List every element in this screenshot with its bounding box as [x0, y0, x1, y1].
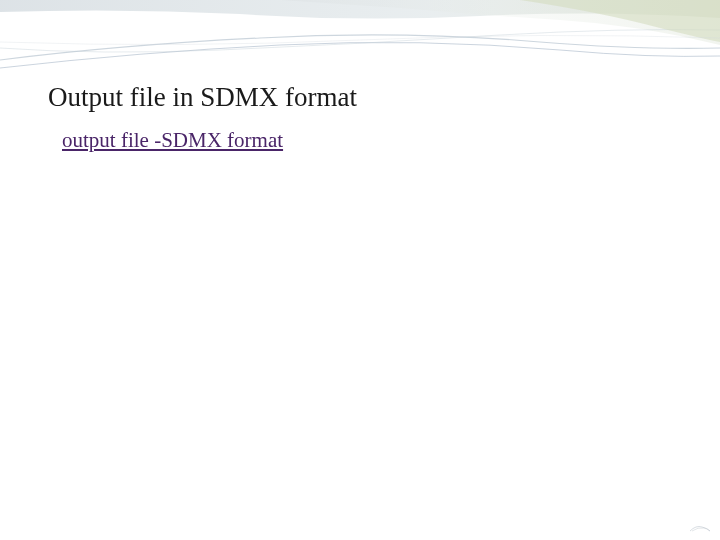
slide-title: Output file in SDMX format: [48, 82, 357, 113]
corner-decoration-icon: [690, 517, 710, 532]
sdmx-output-link[interactable]: output file -SDMX format: [62, 128, 283, 153]
wave-background: [0, 0, 720, 540]
